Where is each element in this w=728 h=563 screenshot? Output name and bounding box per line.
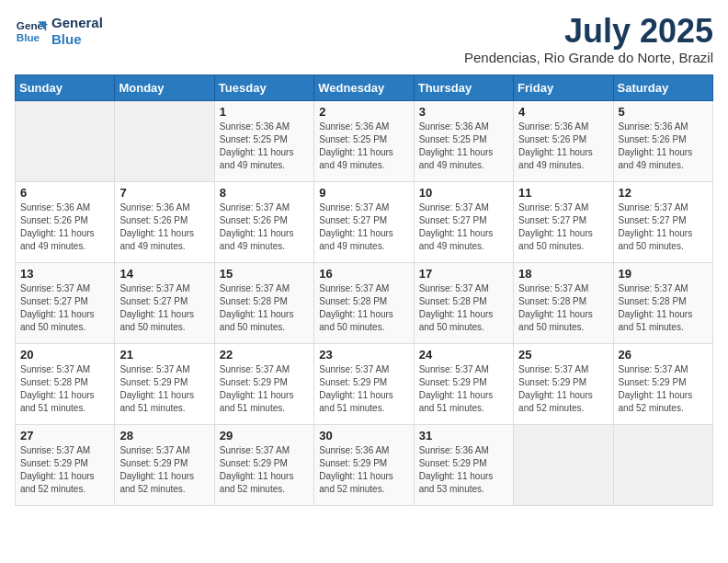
day-info: Sunrise: 5:36 AM Sunset: 5:25 PM Dayligh… [220,121,309,172]
day-number: 23 [319,348,408,362]
calendar-cell: 21Sunrise: 5:37 AM Sunset: 5:29 PM Dayli… [115,344,214,425]
calendar-week-2: 6Sunrise: 5:36 AM Sunset: 5:26 PM Daylig… [16,182,713,263]
day-number: 28 [119,429,209,442]
calendar-cell: 17Sunrise: 5:37 AM Sunset: 5:28 PM Dayli… [414,263,513,344]
calendar-cell [613,425,712,506]
calendar-cell: 5Sunrise: 5:36 AM Sunset: 5:26 PM Daylig… [613,101,712,182]
calendar-cell: 9Sunrise: 5:37 AM Sunset: 5:27 PM Daylig… [314,182,414,263]
day-number: 30 [319,429,408,442]
calendar-cell: 12Sunrise: 5:37 AM Sunset: 5:27 PM Dayli… [613,182,712,263]
calendar-cell: 29Sunrise: 5:37 AM Sunset: 5:29 PM Dayli… [214,425,313,506]
logo-text-blue: Blue [51,31,103,48]
calendar-table: SundayMondayTuesdayWednesdayThursdayFrid… [15,75,713,506]
page-header: General Blue General Blue July 2025 Pend… [15,15,713,65]
day-number: 1 [220,105,309,119]
day-info: Sunrise: 5:37 AM Sunset: 5:27 PM Dayligh… [20,282,109,334]
calendar-cell [514,425,613,506]
day-info: Sunrise: 5:36 AM Sunset: 5:25 PM Dayligh… [419,121,508,172]
day-info: Sunrise: 5:37 AM Sunset: 5:28 PM Dayligh… [220,282,309,334]
day-number: 7 [119,186,209,200]
day-number: 31 [419,429,508,442]
day-info: Sunrise: 5:37 AM Sunset: 5:27 PM Dayligh… [119,282,209,334]
calendar-cell: 13Sunrise: 5:37 AM Sunset: 5:27 PM Dayli… [16,263,115,344]
logo-text-general: General [51,15,103,31]
calendar-cell: 20Sunrise: 5:37 AM Sunset: 5:28 PM Dayli… [16,344,115,425]
calendar-cell: 15Sunrise: 5:37 AM Sunset: 5:28 PM Dayli… [214,263,313,344]
day-info: Sunrise: 5:37 AM Sunset: 5:29 PM Dayligh… [419,363,508,415]
day-info: Sunrise: 5:37 AM Sunset: 5:28 PM Dayligh… [518,282,608,334]
calendar-cell: 16Sunrise: 5:37 AM Sunset: 5:28 PM Dayli… [314,263,414,344]
weekday-header-saturday: Saturday [613,75,712,101]
day-info: Sunrise: 5:37 AM Sunset: 5:28 PM Dayligh… [319,282,408,334]
calendar-week-3: 13Sunrise: 5:37 AM Sunset: 5:27 PM Dayli… [16,263,713,344]
day-info: Sunrise: 5:37 AM Sunset: 5:29 PM Dayligh… [220,444,309,496]
calendar-cell: 18Sunrise: 5:37 AM Sunset: 5:28 PM Dayli… [514,263,613,344]
day-info: Sunrise: 5:37 AM Sunset: 5:29 PM Dayligh… [619,363,708,415]
day-info: Sunrise: 5:37 AM Sunset: 5:28 PM Dayligh… [20,363,109,415]
calendar-header-row: SundayMondayTuesdayWednesdayThursdayFrid… [16,75,713,101]
day-number: 20 [20,348,109,362]
day-number: 16 [319,267,408,281]
day-number: 17 [419,267,508,281]
day-info: Sunrise: 5:37 AM Sunset: 5:27 PM Dayligh… [619,201,708,253]
day-number: 21 [119,348,209,362]
day-info: Sunrise: 5:37 AM Sunset: 5:28 PM Dayligh… [419,282,508,334]
calendar-cell: 26Sunrise: 5:37 AM Sunset: 5:29 PM Dayli… [613,344,712,425]
day-info: Sunrise: 5:37 AM Sunset: 5:29 PM Dayligh… [220,363,309,415]
day-info: Sunrise: 5:36 AM Sunset: 5:29 PM Dayligh… [419,444,508,496]
day-number: 9 [319,186,408,200]
calendar-cell [115,101,214,182]
calendar-cell: 10Sunrise: 5:37 AM Sunset: 5:27 PM Dayli… [414,182,513,263]
calendar-cell: 24Sunrise: 5:37 AM Sunset: 5:29 PM Dayli… [414,344,513,425]
day-info: Sunrise: 5:37 AM Sunset: 5:28 PM Dayligh… [619,282,708,334]
day-number: 10 [419,186,508,200]
day-number: 25 [518,348,608,362]
calendar-cell: 31Sunrise: 5:36 AM Sunset: 5:29 PM Dayli… [414,425,513,506]
day-number: 26 [619,348,708,362]
day-info: Sunrise: 5:36 AM Sunset: 5:26 PM Dayligh… [619,121,708,172]
day-info: Sunrise: 5:37 AM Sunset: 5:27 PM Dayligh… [319,201,408,253]
day-info: Sunrise: 5:36 AM Sunset: 5:25 PM Dayligh… [319,121,408,172]
day-number: 3 [419,105,508,119]
weekday-header-tuesday: Tuesday [214,75,313,101]
weekday-header-sunday: Sunday [16,75,115,101]
weekday-header-thursday: Thursday [414,75,513,101]
day-info: Sunrise: 5:36 AM Sunset: 5:26 PM Dayligh… [20,201,109,253]
day-info: Sunrise: 5:37 AM Sunset: 5:29 PM Dayligh… [119,363,209,415]
location-subtitle: Pendencias, Rio Grande do Norte, Brazil [464,50,713,65]
calendar-cell: 22Sunrise: 5:37 AM Sunset: 5:29 PM Dayli… [214,344,313,425]
month-year-title: July 2025 [464,15,713,48]
day-number: 11 [518,186,608,200]
day-number: 22 [220,348,309,362]
calendar-cell: 19Sunrise: 5:37 AM Sunset: 5:28 PM Dayli… [613,263,712,344]
calendar-cell: 3Sunrise: 5:36 AM Sunset: 5:25 PM Daylig… [414,101,513,182]
calendar-cell: 11Sunrise: 5:37 AM Sunset: 5:27 PM Dayli… [514,182,613,263]
weekday-header-wednesday: Wednesday [314,75,414,101]
day-info: Sunrise: 5:36 AM Sunset: 5:29 PM Dayligh… [319,444,408,496]
day-number: 14 [119,267,209,281]
calendar-week-5: 27Sunrise: 5:37 AM Sunset: 5:29 PM Dayli… [16,425,713,506]
calendar-cell: 28Sunrise: 5:37 AM Sunset: 5:29 PM Dayli… [115,425,214,506]
calendar-cell: 7Sunrise: 5:36 AM Sunset: 5:26 PM Daylig… [115,182,214,263]
day-number: 6 [20,186,109,200]
day-info: Sunrise: 5:37 AM Sunset: 5:26 PM Dayligh… [220,201,309,253]
day-number: 15 [220,267,309,281]
day-number: 12 [619,186,708,200]
day-info: Sunrise: 5:36 AM Sunset: 5:26 PM Dayligh… [518,121,608,172]
day-number: 18 [518,267,608,281]
weekday-header-friday: Friday [514,75,613,101]
svg-text:Blue: Blue [17,31,40,43]
day-info: Sunrise: 5:37 AM Sunset: 5:29 PM Dayligh… [119,444,209,496]
calendar-cell: 30Sunrise: 5:36 AM Sunset: 5:29 PM Dayli… [314,425,414,506]
day-number: 2 [319,105,408,119]
day-number: 8 [220,186,309,200]
day-number: 24 [419,348,508,362]
day-number: 19 [619,267,708,281]
logo: General Blue General Blue [15,15,103,48]
calendar-cell: 2Sunrise: 5:36 AM Sunset: 5:25 PM Daylig… [314,101,414,182]
calendar-cell: 1Sunrise: 5:36 AM Sunset: 5:25 PM Daylig… [214,101,313,182]
calendar-cell [16,101,115,182]
day-number: 29 [220,429,309,442]
day-number: 4 [518,105,608,119]
logo-icon: General Blue [15,15,48,48]
